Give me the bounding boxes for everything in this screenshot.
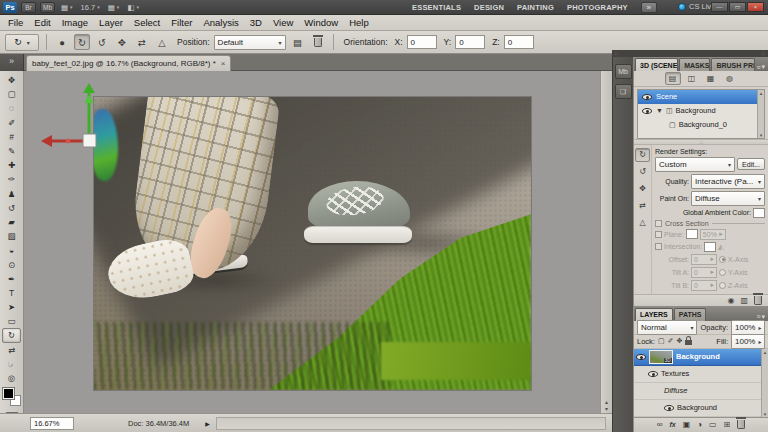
crop-tool[interactable]: # [2, 130, 21, 144]
new-layer-icon[interactable]: ⊞ [724, 420, 731, 429]
dock-header[interactable]: ∷ ∷ [612, 50, 768, 57]
workspace-overflow-button[interactable]: » [641, 2, 657, 13]
visibility-eye-icon[interactable] [642, 94, 652, 100]
orientation-y-input[interactable]: 0 [455, 35, 485, 49]
scene-tree-row-scene[interactable]: Scene [638, 90, 764, 104]
layer-row-textures[interactable]: Textures [634, 366, 768, 383]
render-preset-select[interactable]: Custom▾ [655, 157, 735, 172]
3d-object-rotate-tool[interactable]: ↻ [2, 328, 21, 342]
lock-all-icon[interactable] [685, 340, 692, 345]
canvas-area[interactable] [24, 71, 600, 413]
3d-roll-tool-icon[interactable]: ↺ [635, 165, 650, 179]
zoom-tool[interactable]: ◎ [2, 371, 21, 385]
ambient-color-swatch[interactable] [753, 208, 765, 218]
filter-whole-scene-icon[interactable]: ▤ [665, 72, 681, 85]
tool-preset-picker[interactable]: ↻ ▾ [5, 34, 39, 51]
rectangular-marquee-tool[interactable]: ▢ [2, 87, 21, 101]
delete-icon[interactable] [754, 296, 762, 305]
eyedropper-tool[interactable]: ✎ [2, 144, 21, 158]
pen-tool[interactable]: ✒ [2, 272, 21, 286]
filter-meshes-icon[interactable]: ◫ [684, 72, 700, 85]
menu-filter[interactable]: Filter [171, 17, 192, 28]
adjustment-layer-icon[interactable]: ◑ [697, 420, 702, 429]
toggle-misc-icon[interactable]: ◉ [727, 296, 734, 305]
blend-mode-select[interactable]: Normal▾ [637, 320, 697, 335]
3d-roll-mode-icon[interactable]: ↺ [94, 34, 110, 50]
new-group-icon[interactable]: ▭ [709, 420, 717, 429]
intersection-checkbox[interactable] [655, 243, 662, 250]
menu-3d[interactable]: 3D [250, 17, 262, 28]
view-extras-button[interactable]: ▦▾ [59, 2, 75, 13]
screen-mode-button[interactable]: ◧▾ [125, 2, 141, 13]
expander-icon[interactable]: ▼ [656, 107, 663, 114]
move-tool[interactable]: ✥ [2, 73, 21, 87]
close-button[interactable]: × [747, 2, 764, 12]
tab-masks[interactable]: MASKS [679, 58, 710, 71]
3d-scale-mode-icon[interactable]: △ [154, 34, 170, 50]
paint-on-select[interactable]: Diffuse▾ [691, 191, 765, 206]
position-select[interactable]: Default▾ [214, 35, 286, 50]
menu-image[interactable]: Image [62, 17, 88, 28]
add-layer-mask-icon[interactable]: ▣ [683, 420, 691, 429]
launch-mini-bridge-icon[interactable]: Mb [40, 2, 55, 13]
visibility-eye-icon[interactable] [664, 405, 674, 411]
link-layers-icon[interactable]: ∞ [657, 420, 663, 429]
collapsed-panel-icon[interactable]: ❏ [615, 84, 632, 99]
tab-brush-presets[interactable]: BRUSH PRESE [711, 58, 755, 71]
menu-edit[interactable]: Edit [34, 17, 50, 28]
z-axis-radio[interactable] [719, 282, 726, 289]
return-home-icon[interactable]: ● [54, 34, 70, 50]
scene-tree-row-background-0[interactable]: ▢ Background_0 [638, 118, 764, 132]
brush-tool[interactable]: ✑ [2, 172, 21, 186]
lock-transparency-icon[interactable]: ▢ [658, 337, 665, 345]
3d-axis-widget[interactable] [38, 83, 118, 155]
workspace-essentials[interactable]: ESSENTIALS [412, 3, 461, 12]
type-tool[interactable]: T [2, 286, 21, 300]
filter-lights-icon[interactable]: ◍ [722, 72, 738, 85]
dodge-tool[interactable]: ⊙ [2, 257, 21, 271]
minimize-button[interactable]: — [711, 2, 728, 12]
spot-healing-brush-tool[interactable]: ✚ [2, 158, 21, 172]
delete-view-icon[interactable] [310, 34, 326, 50]
x-axis-radio[interactable] [719, 256, 726, 263]
3d-rotate-mode-icon[interactable]: ↻ [74, 34, 90, 50]
canvas-photo[interactable] [94, 97, 531, 390]
fill-field[interactable]: 100%▸ [731, 334, 765, 349]
lock-pixels-icon[interactable]: ✐ [668, 337, 674, 345]
delete-layer-icon[interactable] [737, 420, 745, 429]
menu-analysis[interactable]: Analysis [203, 17, 238, 28]
workspace-painting[interactable]: PAINTING [517, 3, 554, 12]
3d-rotate-tool-icon[interactable]: ↻ [635, 148, 650, 162]
menu-window[interactable]: Window [304, 17, 338, 28]
status-zoom-input[interactable]: 16.67% [30, 417, 74, 430]
scene-tree-row-background[interactable]: ▼ ◫ Background [638, 104, 764, 118]
visibility-eye-icon[interactable] [648, 371, 658, 377]
3d-camera-rotate-tool[interactable]: ⇄ [2, 343, 21, 357]
3d-scale-tool-icon[interactable]: △ [635, 216, 650, 230]
filter-materials-icon[interactable]: ▦ [703, 72, 719, 85]
orientation-z-input[interactable]: 0 [504, 35, 534, 49]
history-brush-tool[interactable]: ↺ [2, 201, 21, 215]
plane-checkbox[interactable] [655, 231, 662, 238]
menu-help[interactable]: Help [349, 17, 369, 28]
tree-scrollbar[interactable]: ▴▾ [757, 90, 764, 138]
tab-3d-scene[interactable]: 3D (SCENE) [635, 58, 678, 71]
3d-slide-tool-icon[interactable]: ⇄ [635, 199, 650, 213]
3d-pan-tool-icon[interactable]: ✥ [635, 182, 650, 196]
toolbar-collapse-button[interactable]: » [0, 54, 24, 71]
scroll-down-icon[interactable]: ▾ [605, 406, 608, 413]
quick-selection-tool[interactable]: ✐ [2, 116, 21, 130]
gradient-tool[interactable]: ▧ [2, 229, 21, 243]
zoom-level-button[interactable]: 16.7▾ [79, 2, 102, 13]
menu-layer[interactable]: Layer [99, 17, 123, 28]
document-tab[interactable]: baby_feet_02.jpg @ 16.7% (Background, RG… [26, 55, 231, 71]
quality-select[interactable]: Interactive (Pa...▾ [691, 174, 765, 189]
lock-position-icon[interactable]: ✥ [676, 337, 682, 345]
workspace-photography[interactable]: PHOTOGRAPHY [567, 3, 628, 12]
eraser-tool[interactable]: ▰ [2, 215, 21, 229]
menu-select[interactable]: Select [134, 17, 160, 28]
rectangle-tool[interactable]: ▭ [2, 314, 21, 328]
opacity-field[interactable]: 100%▸ [731, 320, 765, 335]
canvas-vertical-scrollbar[interactable]: ▴ ▾ [600, 71, 612, 413]
layer-row-background-texture[interactable]: Background [634, 400, 768, 417]
